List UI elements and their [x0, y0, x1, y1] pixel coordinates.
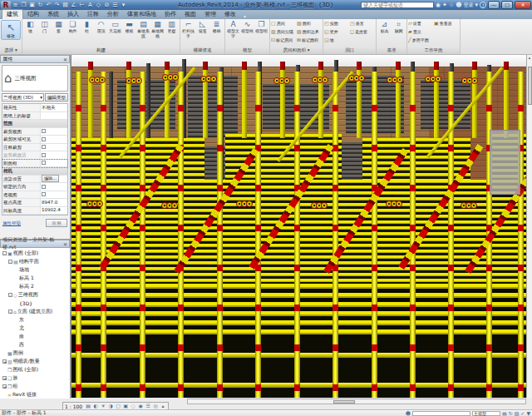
crop-region-icon[interactable]: ◌ — [130, 403, 136, 409]
tag-area-button[interactable]: ⊠标记面积 — [297, 37, 322, 42]
property-row[interactable]: 图纸上的标题 — [2, 112, 67, 121]
tree-expander-icon[interactable]: - — [8, 293, 12, 297]
modify-button[interactable]: ↖修改 — [1, 20, 21, 40]
tree-item-Revit 链接[interactable]: ∞Revit 链接 — [1, 390, 70, 399]
rendering-dialog-icon[interactable]: ▢ — [115, 403, 121, 409]
save-icon[interactable]: ▣ — [28, 2, 36, 9]
apply-button[interactable]: 应用 — [46, 219, 67, 227]
door-button[interactable]: ◫门 — [37, 20, 52, 34]
filter-icon[interactable]: ▼ — [526, 410, 530, 416]
tab-管理[interactable]: 管理 — [200, 10, 220, 19]
scale-button[interactable]: 1 : 100 — [65, 404, 82, 409]
analytic-model-icon[interactable]: ▴ — [160, 403, 166, 409]
scrollbar-thumb[interactable] — [528, 67, 532, 105]
property-row[interactable]: 注释裁剪 — [2, 144, 67, 152]
measure-icon[interactable]: ∠ — [70, 2, 77, 9]
model-group-button[interactable]: ❐模型组 — [254, 20, 268, 34]
tab-注释[interactable]: 注释 — [83, 10, 103, 19]
temporary-hide-icon[interactable]: ☰ — [145, 403, 151, 409]
tree-item-明细表/数量[interactable]: +▥明细表/数量 — [1, 357, 70, 365]
railing-button[interactable]: ⌐栏杆扶手 — [181, 20, 195, 38]
ref-plane-button[interactable]: ╱参照平面 — [408, 37, 433, 42]
tree-expander-icon[interactable]: - — [8, 260, 12, 264]
tree-item-西[interactable]: 西 — [1, 340, 70, 349]
tree-item-立面 (建筑立面)[interactable]: -⌂立面 (建筑立面) — [1, 307, 70, 315]
property-row[interactable]: 裁剪视图 — [2, 128, 67, 136]
worksets-icon[interactable]: ☻ — [406, 410, 411, 416]
checkbox[interactable] — [42, 145, 46, 149]
stair-button[interactable]: ≣楼梯 — [209, 20, 224, 34]
tree-item-场地[interactable]: 场地 — [1, 265, 70, 274]
tree-item-三维视图[interactable]: -◇三维视图 — [1, 290, 70, 299]
print-icon[interactable]: ▤ — [62, 2, 69, 9]
property-row[interactable]: 渲染设置编辑... — [2, 176, 67, 184]
open-icon[interactable]: ❐ — [20, 2, 27, 9]
properties-help-link[interactable]: 属性帮助 — [2, 220, 21, 226]
workset-field[interactable] — [412, 411, 470, 416]
wall-button[interactable]: ◧墙 — [23, 20, 37, 34]
curtain-system-button[interactable]: ▤幕墙系统 — [136, 20, 150, 38]
app-menu-icon[interactable]: ≡ — [12, 2, 19, 9]
design-option-field[interactable]: 主模型 — [472, 411, 500, 416]
section-icon[interactable]: ⊘ — [103, 2, 111, 9]
property-row[interactable]: 目标高度10902.4 — [2, 207, 67, 215]
property-row[interactable]: 锁定的方向 — [2, 183, 67, 191]
search-icon[interactable]: ◉ — [436, 2, 441, 9]
checkbox[interactable] — [42, 161, 46, 165]
crop-view-icon[interactable]: ▣ — [122, 403, 129, 409]
shaft-button[interactable]: ◱竖井 — [324, 28, 349, 34]
tree-item-结构平面[interactable]: -▤结构平面 — [1, 257, 70, 265]
tab-插入[interactable]: 插入 — [63, 10, 83, 19]
room-separator-button[interactable]: ▥房间分隔 — [271, 28, 296, 34]
tree-expander-icon[interactable]: - — [8, 310, 12, 314]
tab-协作[interactable]: 协作 — [160, 10, 180, 19]
refresh-icon[interactable]: ↻ — [509, 410, 513, 416]
minimize-button[interactable]: — — [488, 1, 500, 9]
shadows-icon[interactable]: ◑ — [107, 403, 114, 409]
mullion-button[interactable]: ▥竖梃 — [165, 20, 179, 34]
tab-系统[interactable]: 系统 — [43, 10, 63, 19]
area-button[interactable]: ▨面积 — [297, 20, 322, 26]
checkbox[interactable] — [42, 129, 46, 133]
thin-lines-icon[interactable]: ☰ — [111, 2, 119, 9]
search-input[interactable] — [361, 2, 434, 8]
tree-expander-icon[interactable]: - — [2, 251, 7, 255]
property-row[interactable]: 剖面框 — [2, 160, 67, 168]
close-button[interactable]: ✕ — [515, 1, 531, 9]
maximize-button[interactable]: □ — [501, 1, 513, 9]
type-selector[interactable]: ⌂ 三维视图 — [2, 65, 68, 92]
tab-结构[interactable]: 结构 — [23, 10, 43, 19]
help-icon[interactable]: ? — [480, 2, 486, 8]
tree-item-族[interactable]: +❑族 — [1, 374, 70, 382]
reveal-hidden-icon[interactable]: ◎ — [152, 403, 159, 409]
exchange-icon[interactable]: ✦ — [442, 2, 447, 9]
tree-expander-icon[interactable]: + — [2, 359, 7, 364]
user-icon[interactable]: ☻ — [456, 2, 461, 9]
dormer-button[interactable]: ◻老虎窗 — [350, 28, 375, 34]
tree-item-南[interactable]: 南 — [1, 332, 70, 340]
view-selector-dropdown[interactable]: 三维视图 (3D)▾ — [2, 93, 44, 102]
property-row[interactable]: 裁剪区域可见 — [2, 136, 67, 144]
close-properties-icon[interactable]: ✕ — [63, 57, 67, 62]
horizontal-scrollbar[interactable] — [187, 399, 526, 404]
property-row[interactable]: 远剪裁激活 — [2, 151, 67, 160]
tree-expander-icon[interactable]: + — [2, 384, 7, 389]
opening-by-face-button[interactable]: ◰按面 — [324, 20, 349, 26]
lock-3d-icon[interactable]: ◉ — [137, 403, 144, 409]
3d-view-icon[interactable]: ◇ — [95, 2, 102, 9]
checkbox[interactable] — [42, 137, 46, 141]
customize-qat-icon[interactable]: ▾ — [120, 2, 127, 9]
show-workplane-button[interactable]: ▰显示 — [408, 28, 433, 34]
scrollbar-thumb[interactable] — [333, 400, 355, 404]
tree-item-图纸 (全部)[interactable]: ❐图纸 (全部) — [1, 365, 70, 374]
tab-视图[interactable]: 视图 — [180, 10, 200, 19]
property-row[interactable]: 视点高度8947.0 — [2, 199, 67, 207]
wall-opening-button[interactable]: ◲墙 — [324, 37, 349, 42]
tree-item-{3D}[interactable]: {3D} — [1, 299, 70, 307]
tree-item-图例[interactable]: ▦图例 — [1, 349, 70, 357]
window-button[interactable]: ▦窗 — [52, 20, 66, 34]
undo-icon[interactable]: ↶ — [45, 2, 52, 9]
drawing-area[interactable] — [71, 55, 526, 398]
tree-item-东[interactable]: 东 — [1, 315, 70, 324]
edit-button[interactable]: 编辑... — [42, 175, 59, 182]
